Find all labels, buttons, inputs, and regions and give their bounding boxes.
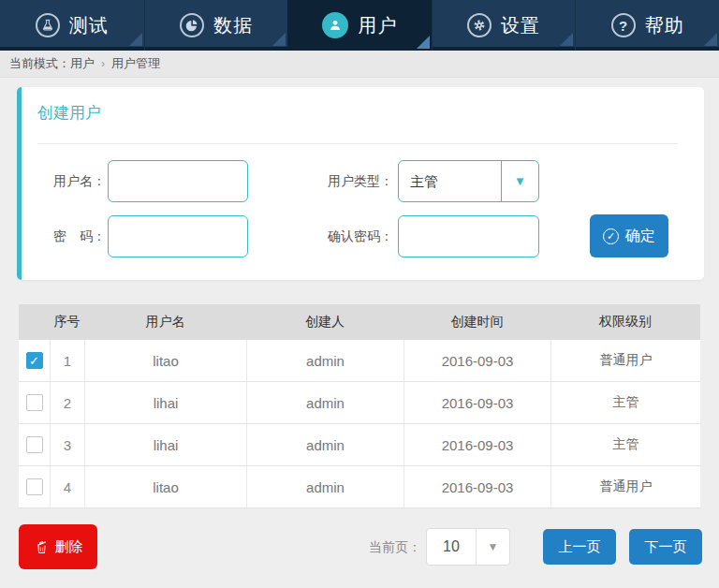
tab-settings[interactable]: 设置: [432, 0, 576, 51]
next-page-button[interactable]: 下一页: [629, 529, 702, 565]
tab-label: 帮助: [645, 13, 684, 38]
cell-creator: admin: [246, 340, 404, 381]
question-icon: ?: [611, 13, 636, 37]
cell-creator: admin: [246, 424, 404, 465]
panel-title: 创建用户: [37, 102, 101, 124]
header-username: 用户名: [84, 304, 246, 340]
header-creator: 创建人: [246, 304, 404, 340]
cell-created: 2016-09-03: [404, 466, 550, 507]
delete-button-label: 删除: [55, 538, 83, 556]
confirm-button-label: 确定: [625, 227, 655, 246]
cell-username: lihai: [84, 424, 246, 465]
chevron-down-icon: ▼: [476, 529, 509, 565]
delete-button[interactable]: 删除: [19, 524, 97, 569]
page-size-value: 10: [427, 529, 476, 565]
tab-data[interactable]: 数据: [144, 0, 288, 51]
cell-username: litao: [84, 340, 246, 381]
tab-label: 用户: [358, 13, 397, 38]
flask-icon: [36, 13, 60, 37]
tab-corner-triangle: [417, 36, 430, 49]
cell-seq: 4: [50, 466, 84, 507]
cell-level: 主管: [550, 424, 700, 465]
pie-chart-icon: [180, 13, 204, 37]
cell-created: 2016-09-03: [404, 382, 550, 423]
row-checkbox[interactable]: ✓: [26, 394, 43, 411]
table-row: ✓ 4 litao admin 2016-09-03 普通用户: [19, 466, 700, 508]
table-header-row: 序号 用户名 创建人 创建时间 权限级别: [19, 304, 700, 340]
username-label: 用户名：: [26, 160, 106, 202]
tab-corner-triangle: [704, 33, 717, 46]
users-table: 序号 用户名 创建人 创建时间 权限级别 ✓ 1 litao admin 201…: [19, 304, 700, 508]
usertype-selected-value: 主管: [399, 161, 501, 201]
gear-icon: [467, 13, 492, 37]
user-icon: [322, 12, 348, 38]
cell-username: litao: [84, 466, 246, 507]
tab-help[interactable]: ? 帮助: [575, 0, 719, 51]
create-user-panel: 创建用户 用户名： 用户类型： 主管 ▼ 密 码： 确认密码： ✓ 确定: [17, 87, 704, 280]
table-row: ✓ 1 litao admin 2016-09-03 普通用户: [19, 340, 700, 382]
cell-seq: 1: [50, 340, 84, 381]
header-created: 创建时间: [404, 304, 550, 340]
tab-users[interactable]: 用户: [287, 0, 432, 51]
row-checkbox[interactable]: ✓: [26, 352, 43, 369]
top-nav: 测试 数据 用户: [0, 0, 719, 51]
username-input[interactable]: [108, 160, 248, 202]
cell-username: lihai: [84, 382, 246, 423]
footer-bar: 删除 当前页： 10 ▼ 上一页 下一页: [0, 524, 719, 569]
cell-creator: admin: [246, 382, 404, 423]
breadcrumb: 当前模式：用户 › 用户管理: [0, 51, 719, 78]
header-checkbox-spacer: [19, 304, 50, 340]
tab-corner-triangle: [129, 33, 142, 46]
tab-test[interactable]: 测试: [0, 0, 144, 51]
usertype-select[interactable]: 主管 ▼: [398, 160, 539, 202]
cell-seq: 3: [50, 424, 84, 465]
trash-icon: [34, 539, 50, 555]
current-page-label: 当前页：: [346, 524, 421, 569]
cell-created: 2016-09-03: [404, 424, 550, 465]
table-row: ✓ 3 lihai admin 2016-09-03 主管: [19, 424, 700, 466]
confirm-password-label: 确认密码：: [298, 215, 393, 257]
tab-label: 设置: [501, 13, 540, 38]
cell-level: 普通用户: [550, 340, 700, 381]
header-seq: 序号: [50, 304, 84, 340]
chevron-down-icon: ▼: [501, 161, 538, 201]
cell-level: 主管: [550, 382, 700, 423]
tab-label: 测试: [69, 13, 109, 38]
password-label: 密 码：: [26, 215, 106, 257]
breadcrumb-separator: ›: [101, 57, 105, 70]
cell-creator: admin: [246, 466, 404, 507]
cell-created: 2016-09-03: [404, 340, 550, 381]
breadcrumb-current: 用户管理: [111, 55, 160, 72]
usertype-label: 用户类型：: [298, 160, 393, 202]
app-screen: 测试 数据 用户: [0, 0, 719, 588]
circle-check-icon: ✓: [603, 228, 619, 244]
password-input[interactable]: [108, 215, 248, 257]
prev-page-button[interactable]: 上一页: [543, 529, 616, 565]
tab-corner-triangle: [272, 33, 286, 46]
page-size-select[interactable]: 10 ▼: [426, 528, 510, 566]
header-level: 权限级别: [550, 304, 700, 340]
check-icon: ✓: [29, 355, 39, 367]
breadcrumb-mode: 当前模式：用户: [9, 55, 95, 72]
tab-corner-triangle: [560, 33, 573, 46]
cell-level: 普通用户: [550, 466, 700, 507]
confirm-password-input[interactable]: [398, 215, 539, 257]
cell-seq: 2: [50, 382, 84, 423]
confirm-button[interactable]: ✓ 确定: [590, 214, 668, 257]
tab-label: 数据: [213, 13, 253, 38]
row-checkbox[interactable]: ✓: [26, 436, 43, 453]
table-row: ✓ 2 lihai admin 2016-09-03 主管: [19, 382, 700, 424]
panel-divider: [37, 143, 678, 144]
row-checkbox[interactable]: ✓: [26, 478, 43, 495]
